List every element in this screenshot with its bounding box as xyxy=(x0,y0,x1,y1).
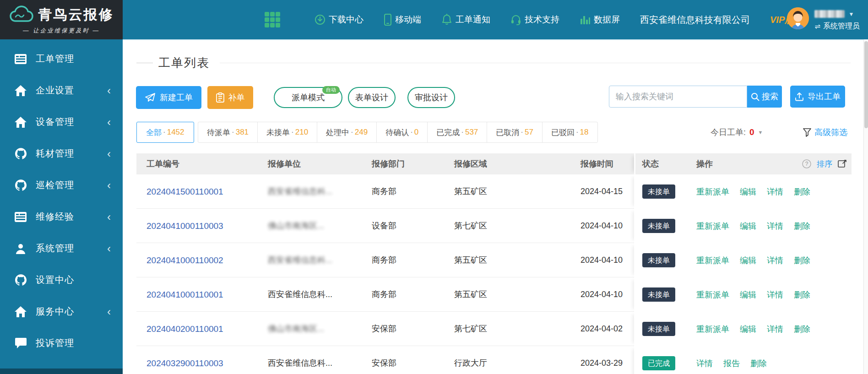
action-edit[interactable]: 编辑 xyxy=(740,221,756,232)
chevron-left-icon: ‹ xyxy=(107,211,111,222)
filter-tab-not-accepted[interactable]: 未接单·210 xyxy=(258,122,317,142)
avatar[interactable] xyxy=(787,7,809,29)
sort-link[interactable]: 排序 xyxy=(817,159,832,169)
sidebar-item-system[interactable]: 系统管理 ‹ xyxy=(0,233,123,264)
table-row: 2024041500110001 西安雀维信息科... 商务部 第五矿区 202… xyxy=(136,174,852,209)
repair-dept-cell: 商务部 xyxy=(372,174,396,209)
action-redispatch[interactable]: 重新派单 xyxy=(696,324,729,335)
action-redispatch[interactable]: 重新派单 xyxy=(696,289,729,300)
status-badge: 未接单 xyxy=(642,253,675,267)
filter-tab-rejected[interactable]: 已驳回·18 xyxy=(542,122,597,142)
list-icon xyxy=(15,211,27,223)
github-icon xyxy=(15,274,27,286)
order-id-link[interactable]: 2024040200110001 xyxy=(146,312,223,346)
action-detail[interactable]: 详情 xyxy=(696,358,713,369)
action-redispatch[interactable]: 重新派单 xyxy=(696,221,729,232)
repair-area-cell: 第五矿区 xyxy=(454,174,487,209)
form-design-button[interactable]: 表单设计 xyxy=(348,87,396,108)
filter-tab-cancelled[interactable]: 已取消·57 xyxy=(487,122,542,142)
sidebar-item-enterprise-settings[interactable]: 企业设置 ‹ xyxy=(0,75,123,106)
sidebar-item-inspection[interactable]: 巡检管理 ‹ xyxy=(0,169,123,201)
nav-order-notify[interactable]: 工单通知 xyxy=(441,14,490,26)
sidebar-item-label: 企业设置 xyxy=(36,84,74,97)
col-repair-dept: 报修部门 xyxy=(372,153,405,174)
paper-plane-icon xyxy=(145,92,156,103)
user-account-area[interactable]: ▼ ⇌ 系统管理员 xyxy=(787,5,860,31)
sidebar-item-complaints[interactable]: 投诉管理 xyxy=(0,327,123,359)
dispatch-mode-button[interactable]: 派单模式 自动 xyxy=(274,87,342,108)
new-order-button[interactable]: 新建工单 xyxy=(136,86,201,109)
action-report[interactable]: 报告 xyxy=(723,358,740,369)
nav-mobile[interactable]: 移动端 xyxy=(384,14,421,26)
order-id-link[interactable]: 2024041000110003 xyxy=(146,209,223,243)
filter-tab-pending-dispatch[interactable]: 待派单·381 xyxy=(198,122,258,142)
action-delete[interactable]: 删除 xyxy=(794,324,810,335)
filter-tab-completed[interactable]: 已完成·537 xyxy=(428,122,487,142)
action-edit[interactable]: 编辑 xyxy=(740,255,756,266)
sidebar-item-repair-experience[interactable]: 维修经验 ‹ xyxy=(0,201,123,233)
export-icon xyxy=(795,92,804,101)
col-repair-area: 报修区域 xyxy=(454,153,487,174)
repair-area-cell: 第七矿区 xyxy=(454,312,487,346)
sidebar-item-label: 巡检管理 xyxy=(36,179,74,191)
order-id-link[interactable]: 2024041000110001 xyxy=(146,277,223,312)
cloud-logo-icon xyxy=(9,5,34,25)
apps-grid-icon[interactable] xyxy=(265,12,280,27)
search-label: 搜索 xyxy=(762,91,778,102)
order-id-link[interactable]: 2024041500110001 xyxy=(146,174,223,209)
sidebar-item-work-orders[interactable]: 工单管理 xyxy=(0,43,123,75)
action-detail[interactable]: 详情 xyxy=(767,221,783,232)
order-id-link[interactable]: 2024032900110003 xyxy=(146,346,223,374)
action-detail[interactable]: 详情 xyxy=(767,289,783,300)
action-delete[interactable]: 删除 xyxy=(794,186,810,197)
sidebar-item-settings-center[interactable]: 设置中心 xyxy=(0,264,123,296)
home-icon xyxy=(15,116,27,128)
vertical-scrollbar[interactable] xyxy=(863,39,868,374)
repair-date-cell: 2024-04-15 xyxy=(580,174,623,209)
chevron-down-icon[interactable]: ▼ xyxy=(758,130,763,135)
sidebar-item-consumables[interactable]: 耗材管理 ‹ xyxy=(0,138,123,169)
switch-role-icon[interactable]: ⇌ xyxy=(814,22,820,31)
help-icon[interactable]: ? xyxy=(802,159,811,168)
action-edit[interactable]: 编辑 xyxy=(740,289,756,300)
sidebar-item-equipment[interactable]: 设备管理 ‹ xyxy=(0,106,123,138)
action-delete[interactable]: 删除 xyxy=(794,255,810,266)
chevron-left-icon: ‹ xyxy=(107,306,111,317)
filter-tab-pending-confirm[interactable]: 待确认·0 xyxy=(377,122,428,142)
brand-tagline: — 让企业维保更及时 — xyxy=(23,27,100,35)
edit-sort-icon[interactable] xyxy=(838,159,847,168)
action-edit[interactable]: 编辑 xyxy=(740,324,756,335)
search-input[interactable] xyxy=(609,86,747,108)
nav-download-center[interactable]: 下载中心 xyxy=(315,14,363,26)
filter-tab-all[interactable]: 全部 · 1452 xyxy=(136,122,194,143)
row-fixed-panel: 已完成 详情 报告 删除 xyxy=(634,346,852,374)
nav-tech-support[interactable]: 技术支持 xyxy=(510,14,559,26)
repair-dept-cell: 安保部 xyxy=(372,312,396,346)
advanced-filter[interactable]: 高级筛选 xyxy=(803,122,847,143)
order-id-link[interactable]: 2024041000110002 xyxy=(146,243,223,277)
scrollbar-thumb[interactable] xyxy=(864,41,868,128)
repair-unit-cell: 佛山市南海区... xyxy=(268,209,324,243)
today-orders-count: 0 xyxy=(749,127,754,137)
approval-design-button[interactable]: 审批设计 xyxy=(407,87,455,108)
company-name: 西安雀维信息科技有限公司 xyxy=(640,14,750,26)
action-redispatch[interactable]: 重新派单 xyxy=(696,186,729,197)
repair-area-cell: 行政大厅 xyxy=(454,346,487,374)
col-actions: 操作 xyxy=(696,153,713,174)
search-button[interactable]: 搜索 xyxy=(747,86,782,108)
action-delete[interactable]: 删除 xyxy=(750,358,767,369)
supplement-order-button[interactable]: 补单 xyxy=(207,86,253,109)
filter-tab-processing[interactable]: 处理中·249 xyxy=(317,122,377,142)
sidebar-item-service-center[interactable]: 服务中心 ‹ xyxy=(0,296,123,327)
export-orders-button[interactable]: 导出工单 xyxy=(790,86,845,108)
action-delete[interactable]: 删除 xyxy=(794,221,810,232)
action-edit[interactable]: 编辑 xyxy=(740,186,756,197)
action-redispatch[interactable]: 重新派单 xyxy=(696,255,729,266)
chevron-down-icon[interactable]: ▼ xyxy=(848,11,854,17)
action-delete[interactable]: 删除 xyxy=(794,289,810,300)
repair-date-cell: 2024-04-10 xyxy=(580,209,623,243)
action-detail[interactable]: 详情 xyxy=(767,186,783,197)
action-detail[interactable]: 详情 xyxy=(767,255,783,266)
action-detail[interactable]: 详情 xyxy=(767,324,783,335)
nav-data-screen[interactable]: 数据屏 xyxy=(580,14,620,26)
